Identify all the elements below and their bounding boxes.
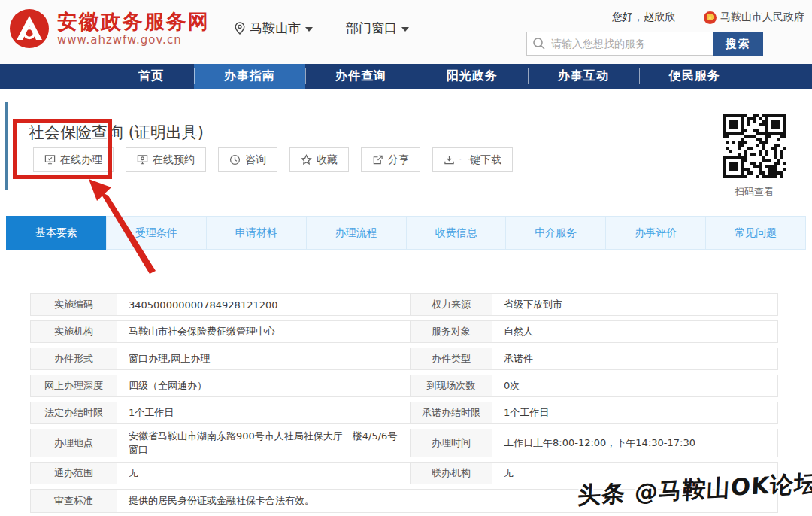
consult-icon: [229, 154, 241, 165]
row-label: 服务对象: [410, 321, 492, 342]
search-icon: [532, 37, 546, 50]
action-button-label: 收藏: [317, 153, 338, 167]
row-label: 网上办理深度: [31, 375, 117, 396]
row-value: 省级下放到市: [492, 294, 777, 315]
row-value: 窗口办理,网上办理: [117, 348, 410, 369]
action-button-label: 在线预约: [153, 153, 195, 167]
qr-caption: 扫码查看: [720, 185, 788, 199]
location-pin-icon: [235, 22, 245, 35]
row-value: 承诺件: [492, 348, 777, 369]
tab[interactable]: 申请材料: [206, 216, 307, 250]
government-badge-label: 马鞍山市人民政府: [720, 11, 804, 24]
row-value: 无: [117, 463, 410, 484]
nav-item[interactable]: 便民服务: [639, 64, 750, 89]
main-nav: 首页办事指南办件查询阳光政务办事互动便民服务: [0, 64, 812, 89]
actions-row: 在线办理在线预约咨询收藏分享一键下载: [33, 147, 513, 172]
qr-block: 扫码查看: [720, 112, 788, 199]
action-button[interactable]: 分享: [361, 147, 420, 172]
download-icon: [444, 154, 455, 165]
city-selector[interactable]: 马鞍山市: [235, 20, 313, 37]
site-name: 安徽政务服务网: [57, 11, 210, 33]
row-label: 承诺办结时限: [410, 402, 492, 423]
share-icon: [372, 154, 383, 165]
action-button[interactable]: 在线预约: [126, 147, 206, 172]
row-value: 340500000000784928121200: [117, 294, 410, 315]
tab[interactable]: 办事评价: [605, 216, 706, 250]
row-value: 安徽省马鞍山市湖南东路900号市人社局社保大厅二楼4/5/6号窗口: [117, 429, 410, 457]
action-button-label: 一键下载: [459, 153, 501, 167]
row-label: 到现场次数: [410, 375, 492, 396]
table-row: 办件形式窗口办理,网上办理办件类型承诺件: [30, 348, 778, 370]
row-label: 法定办结时限: [31, 402, 117, 423]
nav-item[interactable]: 办件查询: [305, 64, 417, 89]
department-selector[interactable]: 部门窗口: [346, 20, 409, 37]
row-label: 办件类型: [410, 348, 492, 369]
nav-item[interactable]: 首页: [108, 64, 194, 89]
logo-icon: [9, 8, 50, 49]
tab[interactable]: 基本要素: [6, 216, 107, 250]
action-button[interactable]: 咨询: [218, 147, 277, 172]
city-selector-label: 马鞍山市: [250, 20, 301, 37]
national-emblem-icon: ★: [704, 11, 717, 24]
tab-bar: 基本要素受理条件申请材料办理流程收费信息中介服务办事评价常见问题: [6, 216, 805, 250]
row-label: 权力来源: [410, 294, 492, 315]
row-value: 四级（全网通办）: [117, 375, 410, 396]
row-label: 联办机构: [410, 463, 492, 484]
site-logo[interactable]: 安徽政务服务网 www.ahzwfw.gov.cn: [9, 8, 210, 49]
page-title: 社会保险查询 (证明出具): [29, 122, 204, 143]
row-label: 通办范围: [31, 463, 117, 484]
page: 安徽政务服务网 www.ahzwfw.gov.cn 马鞍山市 部门窗口 您好，赵…: [0, 0, 812, 516]
table-row: 实施编码340500000000784928121200权力来源省级下放到市: [30, 293, 778, 316]
user-greeting[interactable]: 您好，赵欣欣: [612, 11, 675, 24]
chevron-down-icon: [305, 27, 313, 32]
row-label: 办理时间: [410, 429, 492, 457]
row-value: 1个工作日: [117, 402, 410, 423]
search-input[interactable]: [526, 32, 713, 56]
online-handle-icon: [44, 154, 56, 165]
tab[interactable]: 常见问题: [705, 216, 806, 250]
row-value: 工作日上午8:00-12:00，下午14:30-17:30: [492, 429, 777, 457]
action-button[interactable]: 一键下载: [432, 147, 513, 172]
nav-item[interactable]: 办事互动: [528, 64, 639, 89]
row-label: 办件形式: [31, 348, 117, 369]
row-label: 实施编码: [31, 294, 117, 315]
star-icon: [301, 154, 312, 165]
online-booking-icon: [137, 154, 148, 165]
table-row: 办理地点安徽省马鞍山市湖南东路900号市人社局社保大厅二楼4/5/6号窗口办理时…: [30, 429, 778, 457]
online-handle-button[interactable]: 在线办理: [33, 147, 114, 172]
nav-item[interactable]: 阳光政务: [417, 64, 528, 89]
tab[interactable]: 中介服务: [505, 216, 606, 250]
tab[interactable]: 收费信息: [406, 216, 507, 250]
row-value: 马鞍山市社会保险费征缴管理中心: [117, 321, 410, 342]
top-header: 安徽政务服务网 www.ahzwfw.gov.cn 马鞍山市 部门窗口 您好，赵…: [0, 0, 812, 64]
row-label: 审查标准: [31, 490, 117, 512]
table-row: 实施机构马鞍山市社会保险费征缴管理中心服务对象自然人: [30, 320, 778, 343]
chevron-down-icon: [401, 27, 409, 32]
search-button[interactable]: 搜索: [713, 32, 763, 56]
action-button-label: 分享: [388, 153, 409, 167]
row-label: 实施机构: [31, 321, 117, 342]
qr-code: [720, 112, 788, 180]
table-row: 网上办理深度四级（全网通办）到现场次数0次: [30, 375, 778, 397]
row-value: 1个工作日: [492, 402, 777, 423]
action-button-label: 咨询: [245, 153, 266, 167]
table-row: 法定办结时限1个工作日承诺办结时限1个工作日: [30, 402, 778, 424]
row-label: 办理地点: [31, 429, 117, 457]
action-button[interactable]: 收藏: [289, 147, 349, 172]
department-selector-label: 部门窗口: [346, 20, 397, 37]
row-value: 自然人: [492, 321, 777, 342]
row-value: 0次: [492, 375, 777, 396]
tab[interactable]: 受理条件: [106, 216, 207, 250]
government-badge[interactable]: ★ 马鞍山市人民政府: [704, 11, 804, 24]
site-url: www.ahzwfw.gov.cn: [57, 33, 210, 47]
action-button-label: 在线办理: [60, 153, 102, 167]
section-accent-bar: [5, 102, 8, 190]
tab[interactable]: 办理流程: [306, 216, 407, 250]
nav-item[interactable]: 办事指南: [194, 64, 305, 89]
